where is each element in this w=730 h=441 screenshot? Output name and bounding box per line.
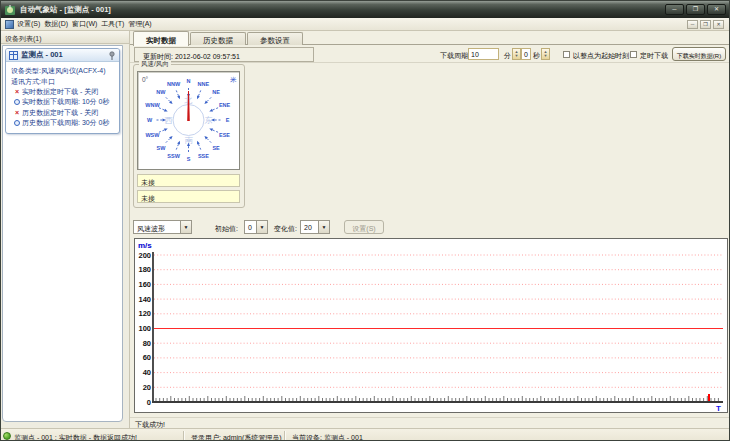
y-tick-label: 140 xyxy=(138,295,151,304)
minutes-unit-label: 分 xyxy=(504,51,511,61)
tab-parameter-settings[interactable]: 参数设置 xyxy=(247,32,303,45)
time-axis-marker: T xyxy=(716,404,721,412)
device-list-panel: 监测点 - 001 设备类型:风速风向仪(ACFX-4)通讯方式:串口×实时数据… xyxy=(2,45,123,422)
device-info-lines: 设备类型:风速风向仪(ACFX-4)通讯方式:串口×实时数据定时下载 - 关闭实… xyxy=(6,62,119,133)
set-button[interactable]: 设置(S) xyxy=(344,220,384,234)
device-grid-icon xyxy=(9,51,18,60)
status-bar: 监测点 - 001 : 实时数据 - 数据返回成功! 登录用户: admin(系… xyxy=(1,428,730,441)
initial-value-label: 初始值: xyxy=(215,224,238,234)
y-tick-label: 120 xyxy=(138,309,151,318)
menu-data[interactable]: 数据(D) xyxy=(43,19,69,29)
minimize-button[interactable]: ─ xyxy=(665,4,684,15)
pin-icon[interactable] xyxy=(108,51,116,60)
tab-history-data[interactable]: 历史数据 xyxy=(190,32,246,45)
y-axis-unit: m/s xyxy=(138,241,152,250)
wind-speed-field: 未接 xyxy=(137,174,240,187)
y-tick-label: 160 xyxy=(138,280,151,289)
minutes-input[interactable]: 10 xyxy=(468,48,499,60)
compass-direction-label: W xyxy=(147,117,153,123)
waveform-select[interactable]: 风速波形▼ xyxy=(133,220,192,234)
device-info-line: 设备类型:风速风向仪(ACFX-4) xyxy=(7,66,118,76)
menu-settings[interactable]: 设置(S) xyxy=(16,19,41,29)
seconds-unit-label: 秒 xyxy=(533,51,540,61)
compass-tick-line xyxy=(198,90,200,96)
tab-strip: 实时数据 历史数据 参数设置 xyxy=(130,31,730,45)
main-area: 实时数据 历史数据 参数设置 更新时间: 2012-06-02 09:57:51… xyxy=(129,31,730,428)
change-value-label: 变化值: xyxy=(274,224,297,234)
y-tick-label: 100 xyxy=(138,324,151,333)
device-card-header[interactable]: 监测点 - 001 xyxy=(6,49,119,62)
mdi-restore-button[interactable]: ❐ xyxy=(700,20,711,29)
title-bar: 自动气象站 - [监测点 - 001] ─ ❐ ✕ xyxy=(1,1,729,18)
start-on-hour-checkbox[interactable] xyxy=(563,51,570,58)
wind-group-label: 风速/风向 xyxy=(139,60,171,69)
compass-cn-label: 西 xyxy=(165,116,173,125)
compass-tick-line xyxy=(207,97,211,101)
login-user-text: 登录用户: admin(系统管理员) xyxy=(191,433,282,441)
change-value-select[interactable]: 20▼ xyxy=(300,220,330,234)
compass-arrowhead xyxy=(177,141,180,145)
device-info-line: 通讯方式:串口 xyxy=(7,76,118,86)
menu-manage[interactable]: 管理(A) xyxy=(127,19,152,29)
mdi-close-button[interactable]: ✕ xyxy=(713,20,724,29)
compass-direction-label: NNW xyxy=(167,81,181,87)
compass-tick-line xyxy=(176,90,178,96)
download-realtime-button[interactable]: 下载实时数据(R) xyxy=(672,47,726,61)
initial-value-select-arrow[interactable]: ▼ xyxy=(256,221,267,233)
compass-direction-label: SW xyxy=(156,145,166,151)
compass-rose: 北南西东NNNENEENEEESESESSESSSWSWWSWWWNWNWNNW… xyxy=(138,72,239,169)
compass-direction-label: N xyxy=(187,78,191,84)
waveform-select-arrow[interactable]: ▼ xyxy=(180,221,191,233)
device-info-line: 实时数据下载周期: 10分 0秒 xyxy=(7,97,118,107)
compass-direction-label: SSW xyxy=(167,153,180,159)
tab-realtime-data[interactable]: 实时数据 xyxy=(133,31,189,46)
compass-corner-glyph: 米 xyxy=(230,76,237,83)
device-info-line: ×实时数据定时下载 - 关闭 xyxy=(7,87,118,97)
change-value-select-arrow[interactable]: ▼ xyxy=(318,221,329,233)
device-card[interactable]: 监测点 - 001 设备类型:风速风向仪(ACFX-4)通讯方式:串口×实时数据… xyxy=(5,48,120,134)
chart-controls: 风速波形▼ 初始值: 0▼ 变化值: 20▼ 设置(S) xyxy=(130,219,730,235)
chart-canvas: m/s200180160140120100806040200T xyxy=(135,239,727,412)
y-tick-label: 60 xyxy=(143,353,151,362)
compass-cn-label: 东 xyxy=(205,116,213,125)
compass-direction-label: ENE xyxy=(219,102,231,108)
status-ok-icon xyxy=(3,432,11,440)
seconds-spinner[interactable]: ▲▼ xyxy=(541,48,550,60)
compass-tick-line xyxy=(159,130,165,132)
wind-direction-field: 未接 xyxy=(137,190,240,203)
compass-tick-line xyxy=(198,144,200,150)
disabled-icon: × xyxy=(14,110,20,116)
initial-value-select[interactable]: 0▼ xyxy=(244,220,268,234)
wind-groupbox: 风速/风向 北南西东NNNENEENEEESESESSESSSWSWWSWWWN… xyxy=(133,64,245,208)
compass-direction-label: WNW xyxy=(145,102,160,108)
sidebar: 设备列表(1) 监测点 - 001 设备类型:风速风向仪(ACFX-4)通讯方式… xyxy=(1,31,129,428)
compass-arrowhead xyxy=(209,109,213,112)
period-icon xyxy=(14,99,20,105)
minutes-spinner[interactable]: ▲▼ xyxy=(512,48,521,60)
seconds-input[interactable]: 0 xyxy=(521,48,531,60)
maximize-button[interactable]: ❐ xyxy=(686,4,705,15)
y-tick-label: 0 xyxy=(147,398,151,407)
compass-direction-label: SE xyxy=(212,145,220,151)
compass-direction-label: WSW xyxy=(145,132,160,138)
menu-window[interactable]: 窗口(W) xyxy=(71,19,98,29)
mdi-system-icon[interactable] xyxy=(5,20,14,29)
waveform-chart: m/s200180160140120100806040200T xyxy=(134,238,728,413)
compass-tick-line xyxy=(176,144,178,150)
timed-download-checkbox[interactable] xyxy=(630,51,637,58)
child-status-bar: 下载成功! xyxy=(130,417,730,428)
compass-arrowhead xyxy=(177,95,180,99)
current-device-text: 当前设备: 监测点 - 001 xyxy=(292,433,363,441)
update-time-value: 2012-06-02 09:57:51 xyxy=(175,53,240,60)
device-card-title: 监测点 - 001 xyxy=(21,50,108,60)
wind-degree-readout: 0° xyxy=(142,76,149,83)
compass-arrowhead xyxy=(209,129,213,132)
mdi-minimize-button[interactable]: ─ xyxy=(687,20,698,29)
menu-tools[interactable]: 工具(T) xyxy=(100,19,125,29)
close-button[interactable]: ✕ xyxy=(707,4,726,15)
compass-cn-label: 南 xyxy=(185,136,194,145)
toolbar: 更新时间: 2012-06-02 09:57:51 下载周期: 10 分 ▲▼ … xyxy=(130,46,730,63)
compass-direction-label: NE xyxy=(212,89,220,95)
compass-arrowhead xyxy=(197,95,200,99)
compass-tick-line xyxy=(213,108,219,110)
